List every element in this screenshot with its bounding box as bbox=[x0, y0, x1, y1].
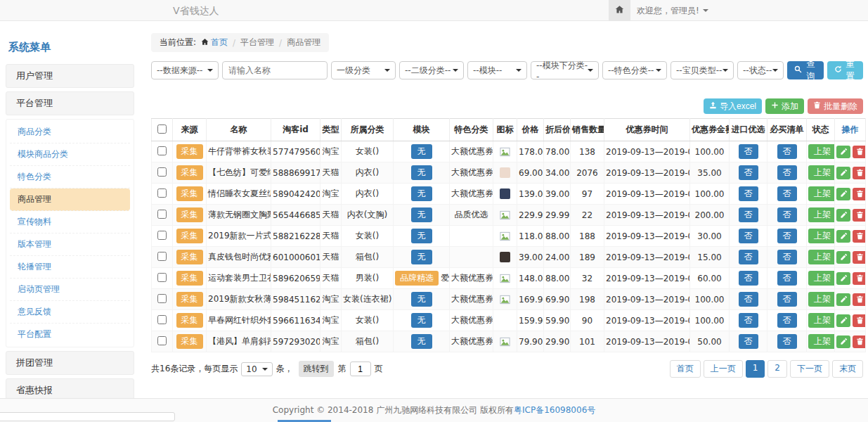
reset-button[interactable]: 重置 bbox=[827, 61, 864, 79]
edit-button[interactable] bbox=[836, 335, 850, 348]
import-select-toggle[interactable]: 否 bbox=[739, 271, 758, 286]
delete-button[interactable] bbox=[853, 146, 866, 158]
breadcrumb-home-link[interactable]: 首页 bbox=[201, 37, 228, 49]
import-select-toggle[interactable]: 否 bbox=[739, 165, 758, 180]
import-select-toggle[interactable]: 否 bbox=[739, 292, 758, 307]
pager-item[interactable]: 首页 bbox=[670, 360, 701, 378]
module-subcategory-select[interactable]: --模块下分类-- bbox=[531, 61, 599, 79]
status-button[interactable]: 上架 bbox=[808, 292, 835, 307]
select-all-checkbox[interactable] bbox=[157, 124, 167, 134]
status-button[interactable]: 上架 bbox=[808, 313, 835, 328]
row-checkbox[interactable] bbox=[157, 315, 167, 324]
status-button[interactable]: 上架 bbox=[808, 207, 835, 222]
icp-link[interactable]: 粤ICP备16098006号 bbox=[514, 405, 595, 415]
submenu-item[interactable]: 意见反馈 bbox=[10, 301, 130, 324]
search-button[interactable]: 查询 bbox=[787, 61, 824, 79]
module-badge[interactable]: 无 bbox=[411, 334, 432, 349]
jump-button[interactable]: 跳转到 bbox=[299, 361, 334, 377]
edit-button[interactable] bbox=[836, 209, 850, 222]
must-buy-toggle[interactable]: 否 bbox=[777, 186, 797, 201]
row-checkbox[interactable] bbox=[157, 210, 167, 219]
import-select-toggle[interactable]: 否 bbox=[739, 334, 758, 349]
row-checkbox[interactable] bbox=[157, 273, 167, 282]
submenu-item[interactable]: 商品分类 bbox=[10, 121, 130, 143]
import-select-toggle[interactable]: 否 bbox=[739, 207, 758, 222]
status-button[interactable]: 上架 bbox=[808, 186, 835, 201]
module-badge[interactable]: 品牌精选 bbox=[395, 271, 439, 286]
delete-button[interactable] bbox=[853, 251, 866, 264]
row-checkbox[interactable] bbox=[157, 188, 167, 198]
sidebar-group-item[interactable]: 平台管理 bbox=[6, 91, 134, 115]
delete-button[interactable] bbox=[853, 230, 866, 243]
submenu-item[interactable]: 宣传物料 bbox=[10, 211, 130, 234]
jump-page-input[interactable] bbox=[350, 362, 371, 376]
must-buy-toggle[interactable]: 否 bbox=[777, 165, 797, 180]
row-checkbox[interactable] bbox=[157, 252, 167, 261]
delete-button[interactable] bbox=[853, 293, 866, 306]
module-badge[interactable]: 无 bbox=[411, 165, 432, 180]
module-badge[interactable]: 无 bbox=[411, 292, 432, 307]
edit-button[interactable] bbox=[836, 293, 850, 306]
row-checkbox[interactable] bbox=[157, 231, 167, 240]
pager-item[interactable]: 2 bbox=[767, 360, 787, 378]
sidebar-group-item[interactable]: 用户管理 bbox=[6, 64, 134, 88]
delete-button[interactable] bbox=[853, 188, 866, 200]
edit-button[interactable] bbox=[836, 272, 850, 285]
pager-item[interactable]: 1 bbox=[746, 360, 765, 378]
submenu-item[interactable]: 特色分类 bbox=[10, 166, 130, 188]
submenu-item[interactable]: 商品管理 bbox=[10, 188, 130, 211]
must-buy-toggle[interactable]: 否 bbox=[777, 229, 797, 243]
pager-item[interactable]: 下一页 bbox=[790, 360, 829, 378]
data-source-select[interactable]: --数据来源-- bbox=[151, 61, 219, 79]
import-select-toggle[interactable]: 否 bbox=[739, 313, 758, 328]
add-button[interactable]: 添加 bbox=[765, 98, 804, 114]
edit-button[interactable] bbox=[836, 188, 850, 200]
row-checkbox[interactable] bbox=[157, 167, 167, 177]
status-button[interactable]: 上架 bbox=[808, 144, 835, 159]
submenu-item[interactable]: 轮播管理 bbox=[10, 256, 130, 279]
must-buy-toggle[interactable]: 否 bbox=[777, 313, 797, 328]
module-badge[interactable]: 无 bbox=[411, 186, 432, 201]
sidebar-group-item[interactable]: 拼团管理 bbox=[6, 351, 134, 375]
level1-category-select[interactable]: 一级分类 bbox=[331, 61, 396, 79]
batch-delete-button[interactable]: 批量删除 bbox=[808, 98, 863, 114]
per-page-select[interactable]: 10 bbox=[241, 362, 272, 376]
status-select[interactable]: --状态-- bbox=[737, 61, 784, 79]
edit-button[interactable] bbox=[836, 146, 850, 158]
status-button[interactable]: 上架 bbox=[808, 165, 835, 180]
submenu-item[interactable]: 平台配置 bbox=[10, 324, 130, 345]
must-buy-toggle[interactable]: 否 bbox=[777, 334, 797, 349]
must-buy-toggle[interactable]: 否 bbox=[777, 292, 797, 307]
edit-button[interactable] bbox=[836, 251, 850, 264]
delete-button[interactable] bbox=[853, 314, 866, 327]
home-button[interactable] bbox=[609, 0, 630, 20]
import-select-toggle[interactable]: 否 bbox=[739, 250, 758, 264]
delete-button[interactable] bbox=[853, 167, 866, 179]
must-buy-toggle[interactable]: 否 bbox=[777, 144, 797, 159]
module-badge[interactable]: 无 bbox=[411, 229, 432, 243]
import-excel-button[interactable]: 导入excel bbox=[704, 98, 762, 114]
edit-button[interactable] bbox=[836, 314, 850, 327]
submenu-item[interactable]: 启动页管理 bbox=[10, 279, 130, 301]
module-badge[interactable]: 无 bbox=[411, 207, 432, 222]
module-badge[interactable]: 无 bbox=[411, 313, 432, 328]
row-checkbox[interactable] bbox=[157, 336, 167, 345]
module-badge[interactable]: 无 bbox=[411, 144, 432, 159]
status-button[interactable]: 上架 bbox=[808, 334, 835, 349]
import-select-toggle[interactable]: 否 bbox=[739, 144, 758, 159]
edit-button[interactable] bbox=[836, 230, 850, 243]
item-type-select[interactable]: --宝贝类型-- bbox=[671, 61, 734, 79]
level2-category-select[interactable]: --二级分类-- bbox=[399, 61, 464, 79]
pager-item[interactable]: 末页 bbox=[832, 360, 863, 378]
must-buy-toggle[interactable]: 否 bbox=[777, 207, 797, 222]
edit-button[interactable] bbox=[836, 167, 850, 179]
row-checkbox[interactable] bbox=[157, 146, 167, 155]
user-menu[interactable]: 欢迎您，管理员! bbox=[637, 0, 708, 21]
module-select[interactable]: --模块-- bbox=[467, 61, 527, 79]
module-badge[interactable]: 无 bbox=[411, 250, 432, 264]
status-button[interactable]: 上架 bbox=[808, 271, 835, 286]
row-checkbox[interactable] bbox=[157, 294, 167, 303]
must-buy-toggle[interactable]: 否 bbox=[777, 271, 797, 286]
submenu-item[interactable]: 模块商品分类 bbox=[10, 143, 130, 166]
submenu-item[interactable]: 版本管理 bbox=[10, 234, 130, 256]
